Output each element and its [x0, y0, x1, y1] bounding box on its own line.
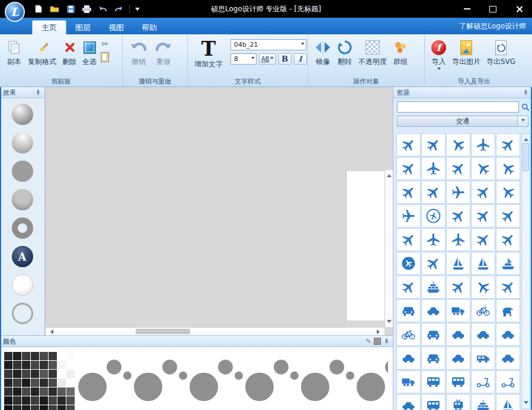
- category-dropdown[interactable]: 交通: [397, 116, 528, 127]
- color-swatch[interactable]: [57, 387, 66, 396]
- color-swatch[interactable]: [66, 352, 75, 360]
- redo-button[interactable]: 重做: [151, 37, 176, 68]
- pin-icon[interactable]: [35, 89, 41, 97]
- resource-airplane-up-icon[interactable]: [421, 228, 446, 251]
- resource-airplane-icon[interactable]: [471, 181, 495, 204]
- color-swatch[interactable]: [66, 379, 75, 387]
- resource-ship-icon[interactable]: [421, 276, 446, 299]
- color-swatch[interactable]: [4, 405, 12, 410]
- color-swatch[interactable]: [66, 370, 75, 378]
- color-swatch[interactable]: [40, 361, 48, 369]
- color-swatch[interactable]: [13, 352, 21, 360]
- copy-button[interactable]: 副本: [4, 37, 25, 68]
- opacity-button[interactable]: 不透明度: [355, 37, 390, 68]
- color-swatch[interactable]: [13, 396, 21, 405]
- color-swatch[interactable]: [4, 352, 12, 360]
- export-svg-button[interactable]: 导出SVG: [483, 37, 518, 68]
- effect-shaded-sphere[interactable]: [12, 189, 33, 210]
- scroll-up-icon[interactable]: [524, 136, 528, 141]
- resource-car-icon[interactable]: [446, 323, 470, 346]
- resource-bus-icon[interactable]: [421, 370, 446, 393]
- color-swatch[interactable]: [22, 405, 30, 410]
- new-document-icon[interactable]: [33, 3, 44, 15]
- color-swatch[interactable]: [66, 361, 75, 369]
- color-swatch[interactable]: [40, 405, 48, 410]
- color-swatch[interactable]: [49, 352, 57, 360]
- close-button[interactable]: [506, 0, 532, 18]
- color-swatch[interactable]: [22, 370, 30, 378]
- resource-airplane-up-icon[interactable]: [471, 133, 495, 156]
- resource-sailboat-icon[interactable]: [471, 252, 495, 275]
- effect-thick-ring[interactable]: [12, 217, 33, 239]
- resource-airplane-icon[interactable]: [396, 276, 421, 299]
- resource-airplane-icon[interactable]: [396, 133, 421, 156]
- color-swatch[interactable]: [4, 396, 12, 405]
- resource-jet-icon[interactable]: [471, 157, 495, 180]
- color-swatch[interactable]: [22, 379, 30, 387]
- resource-car-icon[interactable]: [471, 323, 495, 346]
- bold-button[interactable]: B: [278, 53, 291, 65]
- color-swatch[interactable]: [66, 396, 75, 405]
- tab-layers[interactable]: 图层: [66, 21, 100, 34]
- effect-thin-ring[interactable]: [12, 303, 33, 324]
- resource-ship-icon[interactable]: [471, 394, 495, 410]
- resource-tram-icon[interactable]: [446, 394, 470, 410]
- horizontal-scrollbar[interactable]: [46, 327, 384, 335]
- resource-scooter-icon[interactable]: [496, 370, 520, 393]
- effect-white-sphere[interactable]: [12, 274, 33, 296]
- color-swatch[interactable]: [57, 370, 66, 378]
- resource-airplane-side-icon[interactable]: [446, 181, 470, 204]
- effect-soft-sphere[interactable]: [12, 132, 33, 153]
- resource-yacht-icon[interactable]: [496, 252, 520, 275]
- learn-link[interactable]: 了解硕思Logo设计师: [459, 21, 532, 31]
- resource-airplane-icon[interactable]: [396, 157, 421, 180]
- redo-icon[interactable]: [113, 3, 124, 15]
- pin-icon[interactable]: [523, 89, 529, 97]
- document-page[interactable]: [347, 171, 384, 321]
- color-swatch[interactable]: [4, 370, 12, 378]
- effect-letter-badge[interactable]: A: [12, 246, 33, 267]
- resource-scooter-icon[interactable]: [471, 370, 495, 393]
- edit-pencil-icon[interactable]: [366, 337, 371, 345]
- scroll-down-icon[interactable]: [524, 401, 528, 406]
- color-swatch[interactable]: [22, 361, 30, 369]
- print-icon[interactable]: [81, 3, 92, 15]
- resource-sailboat-icon[interactable]: [496, 394, 520, 410]
- select-all-button[interactable]: 全选: [79, 37, 100, 68]
- color-swatch[interactable]: [40, 352, 48, 360]
- cut-scissors-icon[interactable]: [101, 39, 108, 49]
- resource-airplane-icon[interactable]: [496, 204, 520, 228]
- resource-car-front-icon[interactable]: [396, 299, 421, 322]
- scroll-left-icon[interactable]: [48, 329, 53, 334]
- resource-car-icon[interactable]: [396, 347, 421, 370]
- char-spacing-button[interactable]: AB: [259, 53, 276, 65]
- resource-airplane-side-icon[interactable]: [396, 204, 421, 228]
- resource-jet-icon[interactable]: [496, 181, 520, 204]
- scrollbar-thumb[interactable]: [523, 143, 529, 171]
- pin-icon[interactable]: [383, 338, 390, 345]
- logo-preview[interactable]: [300, 354, 354, 405]
- resource-car-icon[interactable]: [446, 347, 470, 370]
- scrollbar-thumb[interactable]: [136, 329, 190, 334]
- group-objects-button[interactable]: 群组: [390, 37, 411, 68]
- color-swatch[interactable]: [22, 396, 30, 405]
- color-swatch[interactable]: [49, 396, 57, 405]
- resource-airplane-icon[interactable]: [471, 204, 495, 228]
- resource-horse-icon[interactable]: [496, 299, 520, 322]
- save-icon[interactable]: [65, 3, 76, 15]
- resource-airplane-icon[interactable]: [446, 204, 470, 228]
- resource-airplane-top-icon[interactable]: [446, 228, 470, 251]
- color-swatch[interactable]: [40, 387, 48, 396]
- resource-bicycle-icon[interactable]: [471, 299, 495, 322]
- logo-preview[interactable]: [77, 354, 132, 405]
- vertical-scrollbar[interactable]: [384, 170, 393, 327]
- resource-jet-icon[interactable]: [496, 157, 520, 180]
- color-swatch[interactable]: [31, 370, 39, 378]
- font-size-select[interactable]: 8: [230, 53, 257, 65]
- export-image-button[interactable]: 导出图片: [449, 37, 483, 68]
- color-swatch[interactable]: [49, 370, 57, 378]
- resource-bus-icon[interactable]: [446, 370, 470, 393]
- scroll-right-icon[interactable]: [377, 329, 382, 334]
- color-swatch[interactable]: [31, 379, 39, 387]
- color-swatch[interactable]: [31, 387, 39, 396]
